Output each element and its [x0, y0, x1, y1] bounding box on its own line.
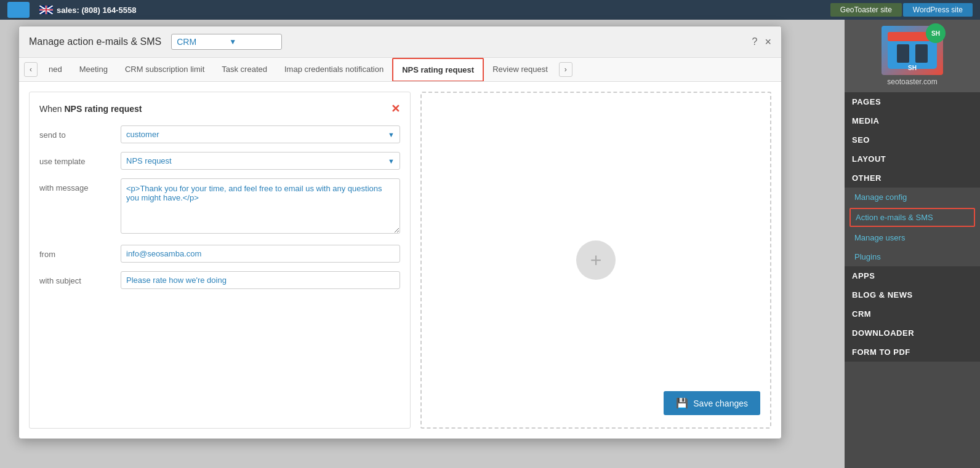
sidebar-section-seo[interactable]: SEO — [845, 130, 980, 149]
send-to-input-wrap: customer ▼ — [121, 125, 400, 143]
tab-ned[interactable]: ned — [40, 58, 71, 81]
with-subject-label: with subject — [39, 271, 113, 285]
with-message-row: with message <p>Thank you for your time,… — [39, 178, 400, 236]
tab-task-created[interactable]: Task created — [213, 58, 276, 81]
send-to-row: send to customer ▼ — [39, 125, 400, 143]
add-icon: + — [590, 249, 602, 272]
sidebar-item-action-emails[interactable]: Action e-mails & SMS — [849, 208, 975, 227]
form-panel-title: When NPS rating request — [39, 104, 142, 114]
top-bar: sales: (808) 164-5558 GeoToaster site Wo… — [0, 0, 980, 20]
sidebar-item-manage-users[interactable]: Manage users — [845, 228, 980, 247]
form-close-button[interactable]: ✕ — [391, 102, 400, 116]
sidebar-logo-container: SH SH — [882, 26, 943, 75]
modal-dialog: Manage action e-mails & SMS CRM ▼ ? × ‹ … — [18, 26, 782, 439]
sidebar-section-layout[interactable]: LAYOUT — [845, 149, 980, 169]
save-changes-label: Save changes — [693, 399, 748, 408]
use-template-label: use template — [39, 152, 113, 166]
save-floppy-icon: 💾 — [676, 397, 688, 409]
from-input[interactable] — [121, 245, 400, 263]
crm-select[interactable]: CRM ▼ — [171, 34, 282, 50]
use-template-row: use template NPS request ▼ — [39, 152, 400, 170]
sh-badge: SH — [926, 23, 946, 43]
svg-text:SH: SH — [908, 65, 917, 71]
send-to-chevron-icon: ▼ — [388, 131, 395, 138]
with-message-label: with message — [39, 178, 113, 192]
geotoaster-tab[interactable]: GeoToaster site — [830, 3, 902, 17]
sidebar-section-downloader[interactable]: DOWNLOADER — [845, 323, 980, 343]
sidebar-section-pages[interactable]: PAGES — [845, 92, 980, 111]
sidebar-section-blog-news[interactable]: BLOG & NEWS — [845, 285, 980, 304]
tab-meeting[interactable]: Meeting — [71, 58, 116, 81]
tab-prev-button[interactable]: ‹ — [24, 62, 38, 77]
use-template-input-wrap: NPS request ▼ — [121, 152, 400, 170]
modal-header: Manage action e-mails & SMS CRM ▼ ? × — [19, 26, 781, 58]
sidebar-item-manage-config[interactable]: Manage config — [845, 188, 980, 207]
tab-bar: ‹ ned Meeting CRM subscription limit Tas… — [19, 58, 781, 82]
modal-body: When NPS rating request ✕ send to custom… — [19, 82, 781, 438]
add-content-button[interactable]: + — [576, 240, 616, 280]
sidebar-section-media[interactable]: MEDIA — [845, 111, 980, 130]
sales-badge: sales: (808) 164-5558 — [39, 6, 136, 15]
top-nav-tabs: GeoToaster site WordPress site — [830, 3, 973, 17]
send-to-value: customer — [126, 130, 159, 139]
use-template-chevron-icon: ▼ — [388, 157, 395, 165]
use-template-value: NPS request — [126, 156, 172, 165]
crm-select-value: CRM — [177, 37, 224, 47]
main-area: Manage action e-mails & SMS CRM ▼ ? × ‹ … — [0, 20, 980, 468]
sales-phone: sales: (808) 164-5558 — [57, 6, 136, 15]
form-panel-title-prefix: When — [39, 104, 64, 114]
uk-flag-icon — [39, 6, 53, 14]
use-template-select[interactable]: NPS request ▼ — [121, 152, 400, 170]
form-panel: When NPS rating request ✕ send to custom… — [29, 92, 411, 429]
from-input-wrap — [121, 245, 400, 263]
tab-next-button[interactable]: › — [559, 62, 572, 77]
with-subject-input-wrap — [121, 271, 400, 289]
modal-title: Manage action e-mails & SMS — [29, 36, 161, 47]
logo — [7, 2, 30, 18]
send-to-label: send to — [39, 125, 113, 140]
with-message-textarea[interactable]: <p>Thank you for your time, and feel fre… — [121, 178, 400, 234]
crm-chevron-icon: ▼ — [229, 38, 276, 46]
modal-overlay: Manage action e-mails & SMS CRM ▼ ? × ‹ … — [0, 20, 845, 468]
tab-nps-rating-request[interactable]: NPS rating request — [392, 58, 484, 82]
tab-review-request[interactable]: Review request — [484, 58, 556, 81]
preview-panel: + 💾 Save changes — [420, 92, 771, 429]
with-subject-row: with subject — [39, 271, 400, 289]
wordpress-tab[interactable]: WordPress site — [903, 3, 973, 17]
sidebar-section-crm[interactable]: CRM — [845, 304, 980, 323]
sidebar-logo-area: SH SH seotoaster.com — [845, 20, 980, 92]
with-message-input-wrap: <p>Thank you for your time, and feel fre… — [121, 178, 400, 236]
form-panel-title-bold: NPS rating request — [64, 104, 142, 114]
modal-close-button[interactable]: × — [765, 36, 771, 49]
send-to-select[interactable]: customer ▼ — [121, 125, 400, 143]
form-panel-header: When NPS rating request ✕ — [39, 102, 400, 116]
from-row: from — [39, 245, 400, 263]
save-changes-button[interactable]: 💾 Save changes — [664, 391, 760, 415]
sidebar: SH SH seotoaster.com PAGES MEDIA SEO LAY… — [845, 20, 980, 468]
svg-rect-9 — [897, 44, 909, 63]
sidebar-logo-text: seotoaster.com — [887, 77, 937, 86]
modal-help-button[interactable]: ? — [752, 36, 758, 47]
sidebar-section-apps[interactable]: APPS — [845, 266, 980, 285]
sidebar-section-form-to-pdf[interactable]: FORM TO PDF — [845, 343, 980, 362]
sidebar-item-plugins[interactable]: Plugins — [845, 247, 980, 266]
modal-header-actions: ? × — [752, 36, 771, 49]
sidebar-section-other[interactable]: OTHER — [845, 169, 980, 188]
from-label: from — [39, 245, 113, 259]
tab-imap-credentials[interactable]: Imap credentials notification — [276, 58, 392, 81]
svg-rect-10 — [915, 44, 928, 63]
tab-crm-subscription-limit[interactable]: CRM subscription limit — [116, 58, 213, 81]
with-subject-input[interactable] — [121, 271, 400, 289]
